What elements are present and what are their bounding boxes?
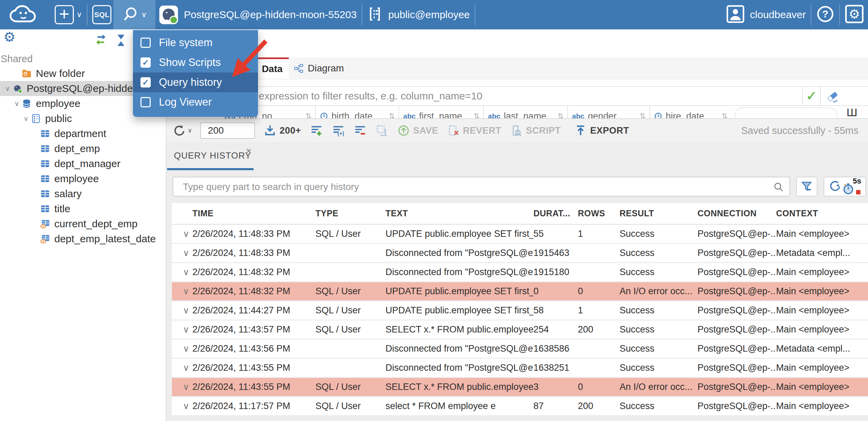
new-connection-button[interactable]: + ∨ [55,5,82,24]
expand-row-chevron-icon[interactable]: ∨ [172,401,192,411]
sql-editor-button[interactable]: SQL [92,5,111,24]
tab-diagram[interactable]: Diagram [289,57,349,79]
menu-item-file-system[interactable]: File system [133,33,258,53]
tree-item-dept-manager[interactable]: ∨dept_manager [0,156,166,171]
grid-column-first-name[interactable]: abcfirst_name⇅ [398,106,483,118]
expand-row-chevron-icon[interactable]: ∨ [172,286,192,297]
query-history-search-input[interactable]: Type query part to search in query histo… [173,177,790,196]
tree-item-current-dept-emp[interactable]: ∨current_dept_emp [0,216,166,231]
tree-item-salary[interactable]: ∨salary [0,186,166,201]
schema-icon [367,6,383,23]
query-history-row[interactable]: ∨2/26/2024, 11:44:27 PMSQL / UserUPDATE … [172,301,868,321]
cell-context: Metadata <empl... [776,248,868,258]
cell-text: Disconnected from "PostgreSQL@e... [385,267,533,277]
query-history-row[interactable]: ∨2/26/2024, 11:17:57 PMSQL / Userselect … [172,397,868,416]
column-header-text[interactable]: TEXT [385,208,533,218]
view-tools-menu-button[interactable]: ∨ [113,0,155,29]
query-history-row[interactable]: ∨2/26/2024, 11:43:56 PMDisconnected from… [172,340,868,359]
schema-selector[interactable]: public@employee [388,9,470,21]
apply-filter-button[interactable]: ✓ [802,87,821,105]
expand-row-chevron-icon[interactable]: ∨ [172,305,192,316]
chevron-down-icon[interactable]: ∨ [12,99,22,108]
grid-column-birth-date[interactable]: birth_date⇅ [315,106,398,118]
menu-item-log-viewer[interactable]: Log Viewer [133,92,258,112]
edit-cell-button[interactable] [376,124,389,137]
column-header-result[interactable]: RESULT [620,208,697,218]
expand-row-chevron-icon[interactable]: ∨ [172,343,192,354]
tree-item-employee[interactable]: ∨employee [0,171,166,186]
column-header-connection[interactable]: CONNECTION [697,208,776,218]
refresh-results-button[interactable]: ∨ [173,124,192,137]
menu-item-label: File system [159,37,213,49]
sort-icon[interactable]: ⇅ [389,112,395,118]
sidebar-gear-icon[interactable]: ⚙ [3,30,16,44]
column-header-time[interactable]: TIME [192,208,315,218]
query-history-row[interactable]: ∨2/26/2024, 11:43:55 PMDisconnected from… [172,359,868,378]
query-history-row[interactable]: ∨2/26/2024, 11:43:55 PMSQL / UserSELECT … [172,378,868,397]
query-history-row[interactable]: ∨2/26/2024, 11:48:32 PMSQL / UserUPDATE … [172,282,868,301]
checkbox-checked-icon[interactable]: ✓ [140,77,151,87]
script-button[interactable]: SCRIPT [510,124,561,137]
link-with-editor-icon[interactable] [93,33,109,48]
sort-icon[interactable]: ⇅ [558,112,564,118]
sort-icon[interactable]: ⇅ [474,112,480,118]
checkbox-unchecked-icon[interactable] [140,38,151,48]
close-icon[interactable]: × [246,146,252,157]
tree-item-dept-emp-latest-date[interactable]: ∨dept_emp_latest_date [0,231,166,246]
column-header-rows[interactable]: ROWS [578,208,620,218]
query-history-row[interactable]: ∨2/26/2024, 11:48:33 PMSQL / UserUPDATE … [172,225,868,244]
sort-icon[interactable]: ⇅ [722,112,728,118]
chevron-down-icon[interactable]: ∨ [21,114,31,123]
cell-connection: PostgreSQL@ep-... [697,305,776,316]
save-button[interactable]: SAVE [397,124,438,137]
type-abc-icon: abc [403,112,416,118]
expand-row-chevron-icon[interactable]: ∨ [172,229,192,239]
query-history-row[interactable]: ∨2/26/2024, 11:48:32 PMDisconnected from… [172,263,868,282]
grid-columns-config-icon[interactable]: Ш [846,107,857,118]
delete-row-button[interactable] [354,124,367,137]
menu-item-show-scripts[interactable]: ✓Show Scripts [133,53,258,72]
grid-column-last-name[interactable]: abclast_name⇅ [483,106,567,118]
auto-refresh-button[interactable]: 5s [842,177,861,196]
user-menu[interactable]: cloudbeaver [750,9,806,21]
fetch-more-button[interactable]: 200+ [264,124,301,137]
sort-icon[interactable]: ⇅ [306,112,312,118]
refresh-icon[interactable] [828,179,842,194]
column-header-context[interactable]: CONTEXT [776,208,868,218]
query-history-row[interactable]: ∨2/26/2024, 11:48:33 PMDisconnected from… [172,244,868,263]
checkbox-checked-icon[interactable]: ✓ [140,57,151,68]
query-history-filter-button[interactable] [796,177,817,196]
expand-row-chevron-icon[interactable]: ∨ [172,267,192,277]
tree-item-title[interactable]: ∨title [0,201,166,216]
tree-item-dept-emp[interactable]: ∨dept_emp [0,141,166,156]
query-history-row[interactable]: ∨2/26/2024, 11:43:57 PMSQL / UserSELECT … [172,321,868,340]
expand-row-chevron-icon[interactable]: ∨ [172,363,192,373]
column-header-type[interactable]: TYPE [315,208,385,218]
expand-row-chevron-icon[interactable]: ∨ [172,382,192,392]
fetch-size-input[interactable]: 200 [200,122,255,139]
tree-item-department[interactable]: ∨department [0,126,166,141]
add-row-button[interactable] [310,124,323,137]
query-history-tab[interactable]: QUERY HISTORY × [167,142,254,170]
cell-result: Success [620,248,697,258]
filter-input[interactable]: expression to filter results, e.g. colum… [259,90,483,102]
tab-data[interactable]: Data [256,57,289,79]
cell-rows: 200 [578,324,620,335]
column-header-durat[interactable]: DURAT... [533,208,578,218]
expand-row-chevron-icon[interactable]: ∨ [172,248,192,258]
sort-icon[interactable]: ⇅ [640,112,646,118]
clear-filter-icon[interactable] [825,90,840,104]
revert-button[interactable]: REVERT [447,124,502,137]
expand-row-chevron-icon[interactable]: ∨ [172,324,192,335]
collapse-all-icon[interactable] [113,33,128,49]
help-button[interactable]: ? [816,5,835,25]
connection-selector[interactable]: PostgreSQL@ep-hidden-moon-55203 [184,9,357,21]
chevron-down-icon[interactable]: ∨ [3,84,12,93]
export-button[interactable]: EXPORT [574,124,629,137]
checkbox-unchecked-icon[interactable] [140,97,151,107]
grid-column-hire-date[interactable]: hire_date⇅ [649,106,731,118]
grid-column-gender[interactable]: abcgender⇅ [567,106,649,118]
settings-button[interactable]: ⚙ [845,4,864,25]
duplicate-row-button[interactable]: (+) [332,124,345,137]
menu-item-query-history[interactable]: ✓Query history [133,72,258,92]
